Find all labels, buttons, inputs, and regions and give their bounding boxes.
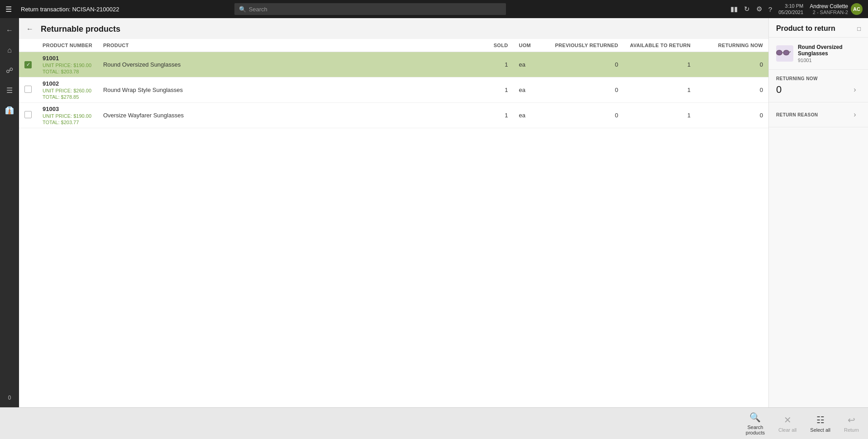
row-previously-returned: 0 [549, 52, 624, 77]
clear-all-action[interactable]: ✕ Clear all [778, 415, 796, 433]
returning-now-row: 0 › [776, 84, 861, 96]
clear-all-icon: ✕ [784, 415, 792, 425]
search-products-action[interactable]: 🔍 Searchproducts [746, 412, 765, 435]
right-panel-title: Product to return [776, 24, 835, 33]
table-row[interactable]: 91002 UNIT PRICE: $260.00 TOTAL: $278.85… [19, 77, 768, 103]
table-container: PRODUCT NUMBER PRODUCT SOLD UOM PREVIOUS… [19, 39, 768, 407]
page-title: Returnable products [41, 24, 120, 34]
search-products-icon: 🔍 [749, 412, 761, 423]
table-row[interactable]: 91001 UNIT PRICE: $190.00 TOTAL: $203.78… [19, 52, 768, 77]
row-sold: 1 [477, 77, 513, 103]
row-uom: ea [513, 52, 549, 77]
content-area: ← Returnable products PRODUCT NUMBER PRO… [19, 18, 768, 407]
row-uom: ea [513, 77, 549, 103]
return-reason-chevron[interactable]: › [849, 109, 861, 121]
svg-point-5 [777, 51, 782, 55]
returning-now-value: 0 [776, 84, 782, 96]
return-reason-section[interactable]: RETURN REASON › [769, 102, 868, 127]
row-available-to-return: 1 [624, 103, 696, 128]
select-all-label: Select all [810, 427, 830, 433]
row-unit-price: UNIT PRICE: $260.00 [43, 88, 92, 93]
row-sold: 1 [477, 103, 513, 128]
row-available-to-return: 1 [624, 77, 696, 103]
sidebar-item-home[interactable]: ⌂ [0, 41, 19, 60]
row-checkbox-cell[interactable] [19, 52, 37, 77]
checkbox-unchecked[interactable] [24, 111, 32, 118]
return-label: Return [844, 427, 859, 433]
row-product-name: Round Wrap Style Sunglasses [98, 77, 477, 103]
search-products-label: Searchproducts [746, 425, 765, 435]
row-product-name: Oversize Wayfarer Sunglasses [98, 103, 477, 128]
th-sold: SOLD [477, 39, 513, 52]
topbar-search[interactable]: 🔍 [234, 3, 506, 15]
row-product-info: 91002 UNIT PRICE: $260.00 TOTAL: $278.85 [37, 77, 98, 103]
th-previously-returned: PREVIOUSLY RETURNED [549, 39, 624, 52]
product-preview: Round Oversized Sunglasses 91001 [769, 38, 868, 70]
clear-all-label: Clear all [778, 427, 796, 433]
row-returning-now: 0 [696, 52, 768, 77]
th-uom: UOM [513, 39, 549, 52]
row-previously-returned: 0 [549, 103, 624, 128]
comment-icon[interactable]: ▮▮ [730, 5, 738, 13]
sidebar: ← ⌂ ☍ ☰ 👔 0 [0, 18, 19, 407]
page-header: ← Returnable products [19, 18, 768, 39]
th-returning-now: RETURNING NOW [696, 39, 768, 52]
sidebar-item-menu[interactable]: ☰ [0, 81, 19, 100]
return-icon: ↩ [848, 415, 855, 425]
row-previously-returned: 0 [549, 77, 624, 103]
row-returning-now: 0 [696, 77, 768, 103]
row-unit-price: UNIT PRICE: $190.00 [43, 63, 92, 68]
row-total: TOTAL: $203.77 [43, 120, 92, 125]
table-row[interactable]: 91003 UNIT PRICE: $190.00 TOTAL: $203.77… [19, 103, 768, 128]
sidebar-item-bag[interactable]: 👔 [0, 101, 19, 120]
row-total: TOTAL: $278.85 [43, 94, 92, 100]
return-action[interactable]: ↩ Return [844, 415, 859, 433]
hamburger-icon[interactable]: ☰ [5, 5, 12, 14]
topbar-time: 3:10 PM 05/20/2021 [778, 3, 803, 16]
back-button[interactable]: ← [24, 23, 36, 35]
row-total: TOTAL: $203.78 [43, 69, 92, 74]
topbar-title: Return transaction: NCISAN-2100022 [21, 6, 119, 13]
th-checkbox [19, 39, 37, 52]
topbar-icons: ▮▮ ↻ ⚙ ? 3:10 PM 05/20/2021 Andrew Colle… [730, 3, 863, 16]
product-thumbnail [776, 45, 793, 62]
row-sold: 1 [477, 52, 513, 77]
row-product-number: 91002 [43, 80, 92, 87]
sidebar-item-back[interactable]: ← [0, 21, 19, 40]
topbar: ☰ Return transaction: NCISAN-2100022 🔍 ▮… [0, 0, 868, 18]
search-icon: 🔍 [239, 6, 246, 13]
returning-now-chevron[interactable]: › [849, 84, 861, 96]
sidebar-item-zero: 0 [0, 388, 19, 407]
avatar: AC [851, 3, 863, 15]
row-product-name: Round Oversized Sunglasses [98, 52, 477, 77]
checkbox-checked[interactable] [24, 61, 32, 68]
panel-expand-icon[interactable]: □ [857, 25, 861, 32]
product-preview-info: Round Oversized Sunglasses 91001 [798, 44, 861, 63]
returning-now-section: RETURNING NOW 0 › [769, 70, 868, 102]
settings-icon[interactable]: ⚙ [756, 5, 762, 13]
table-body: 91001 UNIT PRICE: $190.00 TOTAL: $203.78… [19, 52, 768, 128]
th-available-to-return: AVAILABLE TO RETURN [624, 39, 696, 52]
return-reason-label: RETURN REASON [776, 112, 818, 117]
sidebar-item-products[interactable]: ☍ [0, 61, 19, 80]
th-product-number: PRODUCT NUMBER [37, 39, 98, 52]
help-icon[interactable]: ? [768, 5, 772, 13]
select-all-action[interactable]: ☷ Select all [810, 415, 830, 433]
search-input[interactable] [249, 6, 501, 13]
checkbox-unchecked[interactable] [24, 86, 32, 93]
row-product-number: 91003 [43, 106, 92, 112]
svg-point-6 [784, 51, 788, 55]
row-checkbox-cell[interactable] [19, 103, 37, 128]
topbar-user: Andrew Collette 2 - SANFRAN-2 AC [810, 3, 863, 15]
returning-now-label: RETURNING NOW [776, 76, 861, 81]
svg-line-4 [789, 52, 791, 53]
row-checkbox-cell[interactable] [19, 77, 37, 103]
table-header-row: PRODUCT NUMBER PRODUCT SOLD UOM PREVIOUS… [19, 39, 768, 52]
row-product-number: 91001 [43, 55, 92, 62]
refresh-icon[interactable]: ↻ [744, 5, 750, 13]
row-product-info: 91001 UNIT PRICE: $190.00 TOTAL: $203.78 [37, 52, 98, 77]
right-panel: Product to return □ Round Oversized Sung… [768, 18, 868, 407]
sunglasses-svg [776, 47, 793, 60]
row-uom: ea [513, 103, 549, 128]
row-available-to-return: 1 [624, 52, 696, 77]
